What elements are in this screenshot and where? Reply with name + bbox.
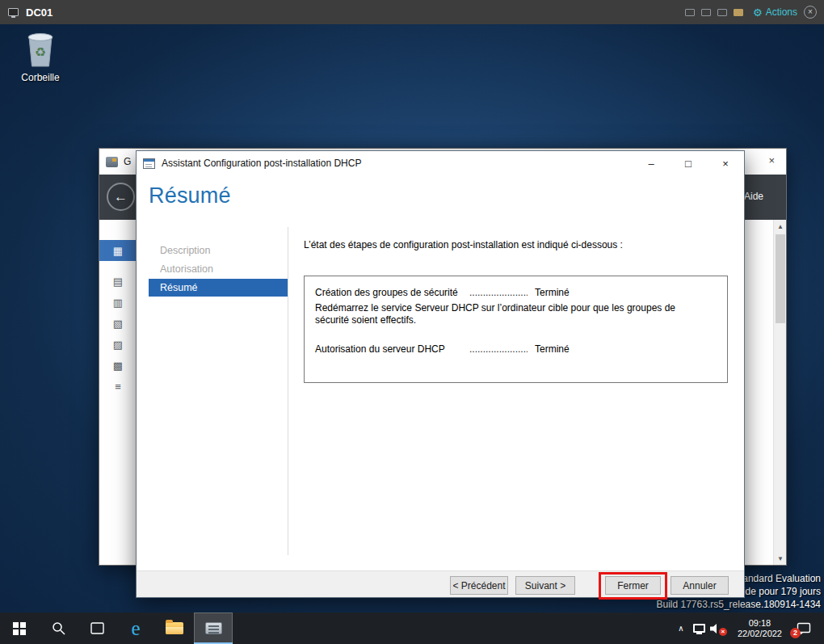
server-manager-taskbar-button[interactable] (194, 612, 233, 644)
server-manager-scrollbar[interactable]: ▲ ▼ (773, 220, 786, 565)
system-tray: ∧ × 09:18 22/02/2022 2 (674, 612, 824, 644)
back-arrow-icon[interactable]: ← (107, 183, 135, 211)
dashboard-icon: ▦ (113, 245, 123, 257)
eval-line-3: Build 17763.rs5_release.180914-1434 (657, 598, 822, 611)
row1-note: Redémarrez le service Serveur DHCP sur l… (315, 302, 708, 326)
summary-intro-text: L’état des étapes de configuration post-… (304, 239, 623, 250)
sidebar-item-dhcp[interactable]: ▨ (99, 334, 137, 355)
scroll-down-icon[interactable]: ▼ (774, 552, 787, 565)
task-view-icon (90, 622, 104, 634)
scrollbar-thumb[interactable] (776, 234, 785, 323)
taskbar: e ∧ × 09:18 22/02/2022 (0, 612, 824, 644)
row1-label: Création des groupes de sécurité (315, 287, 469, 298)
all-servers-icon: ▥ (113, 297, 123, 309)
gear-icon: ⚙ (753, 6, 763, 19)
next-button[interactable]: Suivant > (515, 576, 575, 595)
windows-logo-icon (13, 622, 26, 635)
clock-time: 09:18 (738, 618, 782, 629)
local-server-icon: ▤ (113, 276, 123, 288)
server-manager-sidebar: ▦ ▤ ▥ ▧ ▨ ▩ ≡ (99, 220, 137, 565)
scroll-up-icon[interactable]: ▲ (774, 220, 787, 233)
wizard-step-nav: Description Autorisation Résumé (149, 242, 288, 297)
vm-title: DC01 (26, 6, 53, 19)
row1-status: Terminé (535, 287, 570, 298)
step-description[interactable]: Description (149, 242, 288, 259)
taskbar-clock[interactable]: 09:18 22/02/2022 (731, 618, 788, 639)
console-close-icon[interactable]: × (804, 6, 817, 19)
actions-menu-button[interactable]: ⚙ Actions (753, 6, 797, 19)
search-button[interactable] (39, 612, 78, 644)
recycle-bin-shortcut[interactable]: ♻ Corbeille (11, 29, 69, 83)
step-autorisation[interactable]: Autorisation (149, 260, 288, 278)
actions-label: Actions (766, 6, 797, 18)
step-resume[interactable]: Résumé (149, 279, 288, 297)
sidebar-item-local-server[interactable]: ▤ (99, 271, 137, 292)
wizard-title: Assistant Configuration post-installatio… (162, 158, 361, 169)
tray-chevron-icon[interactable]: ∧ (674, 624, 688, 633)
vm-console-controls: ⚙ Actions × (685, 6, 824, 19)
server-manager-app-icon (106, 157, 118, 167)
nav-content-divider (288, 227, 288, 555)
wizard-app-icon (143, 158, 155, 169)
start-button[interactable] (0, 612, 39, 644)
wizard-caption-buttons: – □ × (633, 151, 744, 175)
vm-console-titlebar: DC01 ⚙ Actions × (0, 0, 824, 24)
ad-ds-icon: ▧ (113, 318, 123, 330)
row2-leader-dots: ........................................… (469, 343, 528, 355)
notification-count-badge: 2 (790, 628, 801, 638)
internet-explorer-button[interactable]: e (116, 612, 155, 644)
summary-row-security-groups: Création des groupes de sécurité .......… (315, 287, 717, 298)
vm-console-screen: DC01 ⚙ Actions × ♻ Corbeille and (0, 0, 824, 644)
volume-muted-button[interactable]: × (710, 622, 726, 635)
recycle-bin-label: Corbeille (11, 72, 69, 83)
previous-button[interactable]: < Précédent (450, 576, 508, 595)
server-manager-icon (205, 622, 222, 634)
red-highlight-annotation (599, 572, 667, 600)
maximize-icon[interactable]: □ (670, 151, 707, 175)
wizard-titlebar[interactable]: Assistant Configuration post-installatio… (137, 151, 744, 175)
row1-leader-dots: ........................................… (469, 287, 528, 298)
dns-icon: ▩ (113, 360, 123, 372)
search-icon (52, 621, 65, 635)
page-title: Résumé (149, 183, 231, 208)
summary-row-authorization: Autorisation du serveur DHCP ...........… (315, 343, 717, 355)
task-view-button[interactable] (78, 612, 116, 644)
action-center-button[interactable]: 2 (793, 621, 814, 637)
summary-box: Création des groupes de sécurité .......… (304, 276, 728, 383)
clock-date: 22/02/2022 (738, 629, 782, 639)
file-explorer-button[interactable] (155, 612, 194, 644)
sidebar-item-file-storage[interactable]: ≡ (99, 376, 137, 397)
sidebar-item-dns[interactable]: ▩ (99, 355, 137, 376)
internet-explorer-icon: e (131, 618, 140, 638)
sidebar-item-dashboard[interactable]: ▦ (99, 240, 137, 261)
server-manager-help-link[interactable]: Aide (744, 191, 763, 202)
svg-text:♻: ♻ (35, 44, 46, 60)
mute-badge-icon: × (719, 628, 727, 636)
dhcp-wizard-dialog: Assistant Configuration post-installatio… (136, 150, 745, 598)
row2-label: Autorisation du serveur DHCP (315, 343, 469, 355)
vm-title-group: DC01 (0, 6, 53, 19)
file-explorer-icon (166, 622, 183, 634)
console-window-icon[interactable] (685, 9, 695, 16)
console-fullscreen-icon[interactable] (701, 9, 711, 16)
dhcp-icon: ▨ (113, 339, 123, 351)
server-manager-title-fragment: G (124, 156, 131, 167)
row2-status: Terminé (535, 343, 570, 355)
desktop: ♻ Corbeille andard Evaluation ide pour 1… (0, 24, 824, 612)
minimize-icon[interactable]: – (633, 151, 670, 175)
recycle-bin-icon: ♻ (23, 29, 58, 68)
sidebar-item-ad-ds[interactable]: ▧ (99, 313, 137, 334)
server-manager-close-icon[interactable]: × (768, 154, 775, 166)
close-icon[interactable]: × (707, 151, 744, 175)
file-storage-icon: ≡ (115, 381, 121, 393)
network-icon[interactable] (693, 624, 705, 633)
vm-monitor-icon (8, 8, 19, 16)
sidebar-item-all-servers[interactable]: ▥ (99, 292, 137, 313)
cancel-button[interactable]: Annuler (671, 576, 729, 595)
console-display-icon[interactable] (717, 9, 727, 16)
console-keyboard-icon[interactable] (734, 9, 743, 16)
